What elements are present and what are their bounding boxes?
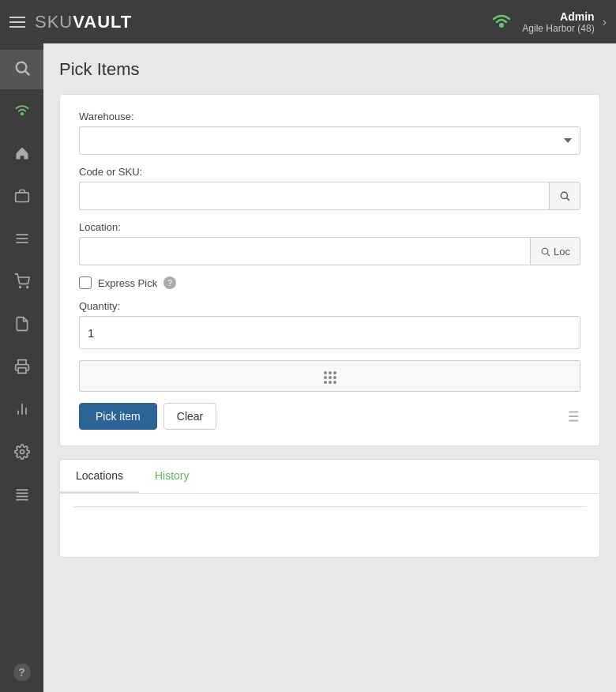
tab-locations-label: Locations	[76, 469, 123, 482]
user-name: Admin	[522, 10, 594, 23]
tab-locations[interactable]: Locations	[60, 460, 139, 493]
search-btn-icon	[559, 190, 570, 201]
sidebar-item-search[interactable]	[0, 50, 43, 89]
warehouse-select[interactable]	[79, 126, 580, 155]
location-input[interactable]	[79, 237, 530, 265]
quantity-label: Quantity:	[79, 300, 580, 312]
svg-line-2	[25, 71, 29, 75]
document-icon	[14, 316, 30, 336]
user-info: Admin Agile Harbor (48)	[522, 10, 594, 34]
svg-point-21	[542, 248, 548, 254]
svg-point-3	[20, 112, 23, 115]
svg-point-0	[499, 23, 504, 28]
svg-line-20	[567, 198, 569, 201]
brand-sku-text: SKU	[35, 12, 73, 32]
main-content: Pick Items Warehouse: Code or SKU:	[43, 43, 616, 692]
code-sku-label: Code or SKU:	[79, 166, 580, 178]
svg-point-23	[324, 371, 327, 374]
clear-button[interactable]: Clear	[163, 403, 216, 430]
sidebar-item-signal[interactable]	[0, 92, 43, 132]
sidebar-bottom: ?	[0, 653, 43, 692]
lines-icon	[14, 487, 30, 506]
warehouse-group: Warehouse:	[79, 111, 580, 155]
user-tenant: Agile Harbor (48)	[522, 23, 594, 34]
list-view-icon	[563, 408, 580, 425]
navbar-right: Admin Agile Harbor (48) ›	[489, 9, 607, 35]
tab-history[interactable]: History	[139, 460, 205, 493]
svg-point-31	[333, 381, 336, 384]
sidebar-item-cart[interactable]	[0, 263, 43, 303]
form-card: Warehouse: Code or SKU:	[59, 94, 600, 446]
svg-rect-10	[18, 367, 26, 373]
page-title: Pick Items	[59, 59, 600, 80]
location-label: Location:	[79, 221, 580, 233]
sidebar-item-lines[interactable]	[0, 476, 43, 516]
sidebar-item-document[interactable]	[0, 306, 43, 345]
location-search-icon	[540, 246, 550, 257]
search-icon	[13, 59, 31, 81]
sidebar-item-briefcase[interactable]	[0, 178, 43, 217]
tabs-card: Locations History	[59, 459, 600, 558]
svg-point-26	[324, 376, 327, 379]
sidebar: ?	[0, 43, 43, 692]
svg-point-24	[329, 371, 332, 374]
grid-dots-button[interactable]	[79, 360, 580, 392]
tab-history-label: History	[155, 469, 190, 482]
svg-point-30	[329, 381, 332, 384]
navbar-left: SKU VAULT	[9, 12, 132, 32]
svg-point-19	[561, 192, 567, 198]
express-pick-checkbox[interactable]	[79, 276, 92, 289]
grid-dots-icon	[321, 367, 340, 385]
svg-point-1	[16, 62, 26, 72]
pick-item-button[interactable]: Pick item	[79, 403, 157, 430]
cart-icon	[14, 273, 30, 293]
svg-point-29	[324, 381, 327, 384]
code-sku-input-group	[79, 182, 580, 210]
view-list-button[interactable]	[563, 408, 580, 425]
action-row: Pick item Clear	[79, 403, 580, 430]
sidebar-item-gear[interactable]	[0, 434, 43, 473]
warehouse-label: Warehouse:	[79, 111, 580, 122]
help-icon: ?	[13, 664, 31, 681]
sidebar-item-print[interactable]	[0, 348, 43, 388]
express-pick-help-icon[interactable]: ?	[163, 276, 176, 289]
sidebar-item-chart[interactable]	[0, 391, 43, 431]
chevron-right-icon: ›	[603, 15, 607, 29]
home-icon	[14, 145, 30, 165]
svg-point-28	[333, 376, 336, 379]
chart-icon	[14, 401, 30, 421]
location-loc-button[interactable]: Loc	[530, 237, 580, 265]
code-sku-search-btn-wrapper	[549, 182, 580, 210]
quantity-group: Quantity:	[79, 300, 580, 349]
sidebar-item-help[interactable]: ?	[0, 653, 43, 692]
navbar: SKU VAULT Admin Agile Harbor (48) ›	[0, 0, 616, 43]
brand-logo: SKU VAULT	[35, 12, 132, 32]
svg-rect-4	[15, 192, 28, 201]
svg-point-25	[333, 371, 336, 374]
briefcase-icon	[14, 188, 30, 208]
list-icon	[14, 231, 30, 250]
code-sku-search-button[interactable]	[549, 182, 580, 210]
signal-icon	[489, 9, 514, 35]
layout: ? Pick Items Warehouse: Code or SKU:	[0, 43, 616, 692]
svg-point-8	[19, 286, 21, 288]
sidebar-item-list[interactable]	[0, 220, 43, 260]
tabs-header: Locations History	[60, 460, 599, 494]
svg-point-14	[20, 449, 24, 453]
svg-line-22	[547, 253, 550, 255]
location-input-group: Loc	[79, 237, 580, 265]
sidebar-item-home[interactable]	[0, 135, 43, 175]
gear-icon	[14, 444, 30, 464]
code-sku-input[interactable]	[79, 182, 549, 210]
location-btn-wrapper: Loc	[530, 237, 580, 265]
express-pick-label: Express Pick	[98, 277, 157, 289]
location-group: Location: Loc	[79, 221, 580, 265]
quantity-input[interactable]	[79, 316, 580, 349]
svg-point-9	[26, 286, 28, 288]
print-icon	[14, 359, 30, 378]
hamburger-menu-button[interactable]	[9, 17, 25, 28]
signal-brand-icon	[13, 102, 31, 123]
brand-vault-text: VAULT	[73, 12, 132, 32]
tab-content-divider	[73, 506, 587, 507]
express-pick-row: Express Pick ?	[79, 276, 580, 289]
